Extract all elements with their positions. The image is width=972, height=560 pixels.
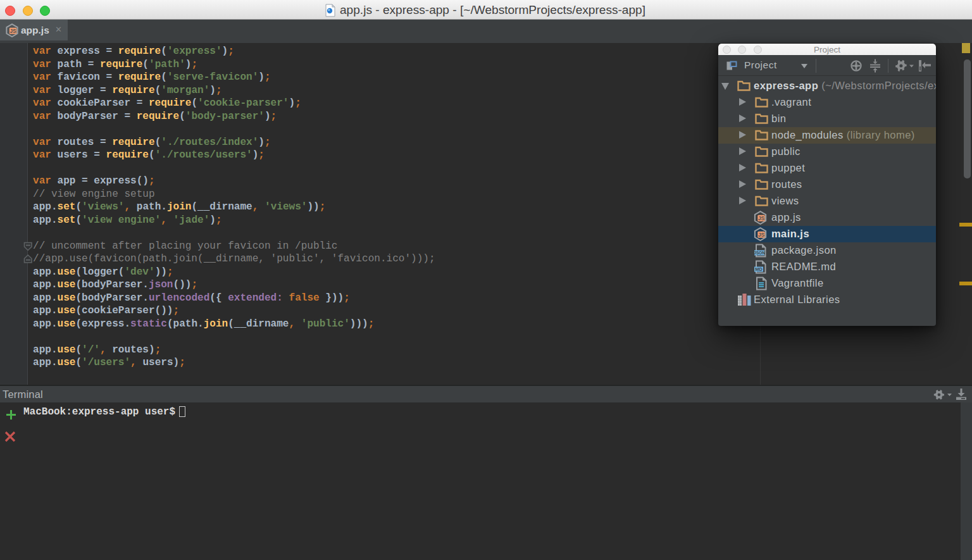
svg-text:JSON: JSON xyxy=(754,251,765,255)
svg-text:JS: JS xyxy=(9,28,16,34)
svg-text:JS: JS xyxy=(758,232,765,237)
svg-text:MD: MD xyxy=(755,266,763,272)
svg-text:JS: JS xyxy=(758,215,765,221)
